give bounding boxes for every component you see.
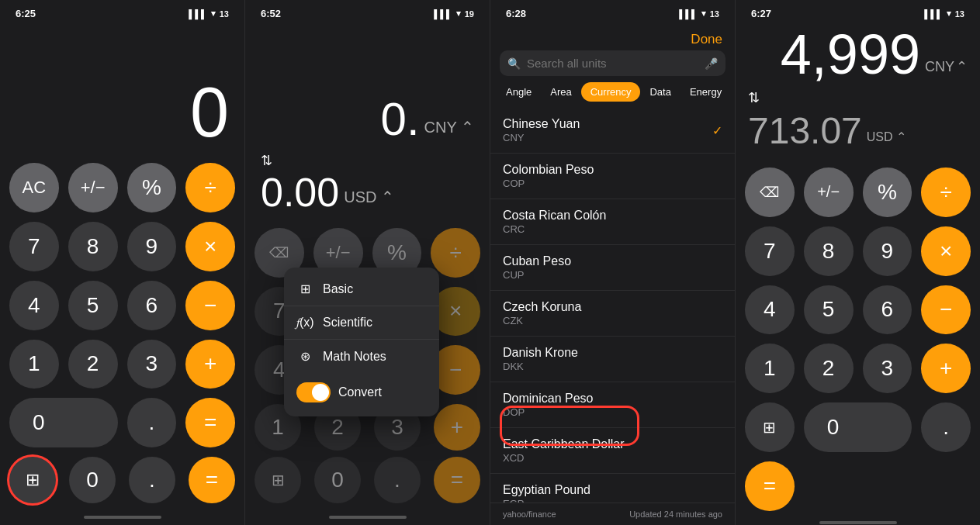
btn-divide[interactable]: ÷ xyxy=(185,163,235,212)
btn-multiply-4[interactable]: × xyxy=(921,226,971,276)
btn-plus-minus-4[interactable]: +/− xyxy=(804,168,854,217)
cat-data[interactable]: Data xyxy=(640,82,680,102)
convert-display: 0. CNY ⌃ xyxy=(245,22,490,152)
cat-currency[interactable]: Currency xyxy=(581,82,641,102)
btn-decimal[interactable]: . xyxy=(127,398,177,447)
btn-calc-4[interactable]: ⊞ xyxy=(745,402,795,452)
wifi-icon-2: ▾ xyxy=(456,9,461,19)
swap-icon-4: ⇅ xyxy=(748,89,760,106)
menu-scientific[interactable]: 𝑓(x) Scientific xyxy=(284,306,439,340)
currency-name-crc: Costa Rican Colón xyxy=(503,209,606,223)
btn-divide-4[interactable]: ÷ xyxy=(921,168,971,217)
btn-percent-4[interactable]: % xyxy=(863,168,912,217)
result-top-currency: CNY ⌃ xyxy=(925,58,968,75)
status-icons-3: ▌▌▌ ▾ 13 xyxy=(679,9,719,19)
cat-area[interactable]: Area xyxy=(541,82,580,102)
btn-zero-bottom[interactable]: 0 xyxy=(69,457,116,503)
btn-9[interactable]: 9 xyxy=(127,222,177,271)
currency-item-cup[interactable]: Cuban Peso CUP xyxy=(490,245,735,291)
check-icon-cny: ✓ xyxy=(712,123,722,138)
btn-4-4[interactable]: 4 xyxy=(745,285,795,335)
menu-basic[interactable]: ⊞ Basic xyxy=(284,272,439,306)
convert-toggle[interactable] xyxy=(296,382,331,402)
btn-3-4[interactable]: 3 xyxy=(863,344,912,393)
signal-icon-3: ▌▌▌ xyxy=(679,9,697,19)
btn-zero-2[interactable]: 0 xyxy=(314,457,361,503)
scientific-label: Scientific xyxy=(323,316,372,330)
cat-angle[interactable]: Angle xyxy=(497,82,541,102)
btn-3[interactable]: 3 xyxy=(127,340,177,389)
swap-icon: ⇅ xyxy=(261,152,272,169)
wifi-icon-3: ▾ xyxy=(701,9,706,19)
btn-calculator-icon[interactable]: ⊞ xyxy=(9,457,56,503)
btn-percent[interactable]: % xyxy=(127,163,177,212)
status-icons-1: ▌▌▌ ▾ 13 xyxy=(189,9,229,19)
cat-force[interactable]: Force xyxy=(731,82,735,102)
btn-6[interactable]: 6 xyxy=(127,281,177,330)
swap-icon-row: ⇅ xyxy=(245,152,490,169)
btn-2[interactable]: 2 xyxy=(68,340,118,389)
currency-item-dop[interactable]: Dominican Peso DOP xyxy=(490,382,735,428)
btn-plus[interactable]: + xyxy=(185,340,235,389)
btn-zero-4[interactable]: 0 xyxy=(804,402,912,452)
btn-1[interactable]: 1 xyxy=(9,340,59,389)
btn-zero[interactable]: 0 xyxy=(9,398,118,447)
btn-equals[interactable]: = xyxy=(185,398,235,447)
btn-8[interactable]: 8 xyxy=(68,222,118,271)
convert-bottom-row: 0.00 USD ⌃ xyxy=(245,169,490,219)
btn-minus-4[interactable]: − xyxy=(921,285,971,335)
btn-5-4[interactable]: 5 xyxy=(804,285,854,335)
btn-multiply[interactable]: × xyxy=(185,222,235,271)
btn-2-4[interactable]: 2 xyxy=(804,344,854,393)
currency-item-dkk[interactable]: Danish Krone DKK xyxy=(490,337,735,382)
result-display: 4,999 CNY ⌃ xyxy=(736,22,980,89)
btn-6-4[interactable]: 6 xyxy=(863,285,912,335)
currency-info-cny: Chinese Yuan CNY xyxy=(503,117,580,143)
convert-top-number: 0. xyxy=(381,92,420,146)
btn-7[interactable]: 7 xyxy=(9,222,59,271)
currency-item-xcd[interactable]: East Caribbean Dollar XCD xyxy=(490,428,735,474)
search-bar: 🔍 🎤 xyxy=(500,50,725,76)
btn-minus[interactable]: − xyxy=(185,281,235,330)
btn-9-4[interactable]: 9 xyxy=(863,226,912,276)
btn-decimal-4[interactable]: . xyxy=(921,402,971,452)
btn-plus-4[interactable]: + xyxy=(921,344,971,393)
btn-equals-bottom[interactable]: = xyxy=(189,457,235,503)
btn-5[interactable]: 5 xyxy=(68,281,118,330)
currency-code-czk: CZK xyxy=(503,315,581,326)
currency-item-cny[interactable]: Chinese Yuan CNY ✓ xyxy=(490,108,735,154)
wifi-icon-4: ▾ xyxy=(947,9,951,19)
btn-4[interactable]: 4 xyxy=(9,281,59,330)
btn-8-4[interactable]: 8 xyxy=(804,226,854,276)
currency-name-czk: Czech Koruna xyxy=(503,300,581,314)
search-input[interactable] xyxy=(527,57,698,70)
status-bar-3: 6:28 ▌▌▌ ▾ 13 xyxy=(490,0,735,22)
signal-icon: ▌▌▌ xyxy=(189,9,206,19)
done-button[interactable]: Done xyxy=(691,32,722,47)
currency-item-crc[interactable]: Costa Rican Colón CRC xyxy=(490,199,735,245)
btn-7-4[interactable]: 7 xyxy=(745,226,795,276)
status-bar-1: 6:25 ▌▌▌ ▾ 13 xyxy=(0,0,244,22)
btn-calc-icon-2[interactable]: ⊞ xyxy=(255,457,301,503)
mic-icon[interactable]: 🎤 xyxy=(705,57,718,70)
btn-equals-4[interactable]: = xyxy=(745,461,795,511)
cat-energy[interactable]: Energy xyxy=(680,82,731,102)
currency-item-czk[interactable]: Czech Koruna CZK xyxy=(490,291,735,337)
home-indicator-2 xyxy=(245,509,490,525)
btn-ac[interactable]: AC xyxy=(9,163,59,212)
btn-backspace-4[interactable]: ⌫ xyxy=(745,168,795,217)
btn-eq-2[interactable]: = xyxy=(434,457,480,503)
currency-code-dkk: DKK xyxy=(503,361,578,372)
currency-item-cop[interactable]: Colombian Peso COP xyxy=(490,154,735,199)
convert-top-currency: CNY ⌃ xyxy=(424,118,474,136)
btn-1-4[interactable]: 1 xyxy=(745,344,795,393)
btn-plus-2[interactable]: + xyxy=(434,404,480,451)
swap-row-4: ⇅ xyxy=(736,89,980,109)
btn-plus-minus[interactable]: +/− xyxy=(68,163,118,212)
btn-decimal-bottom[interactable]: . xyxy=(129,457,175,503)
currency-item-egp[interactable]: Egyptian Pound EGP xyxy=(490,474,735,503)
currency-name-cop: Colombian Peso xyxy=(503,163,594,177)
btn-dot-2[interactable]: . xyxy=(374,457,421,503)
btn-divide-2[interactable]: ÷ xyxy=(431,228,480,278)
menu-mathnotes[interactable]: ⊛ Math Notes xyxy=(284,340,439,373)
